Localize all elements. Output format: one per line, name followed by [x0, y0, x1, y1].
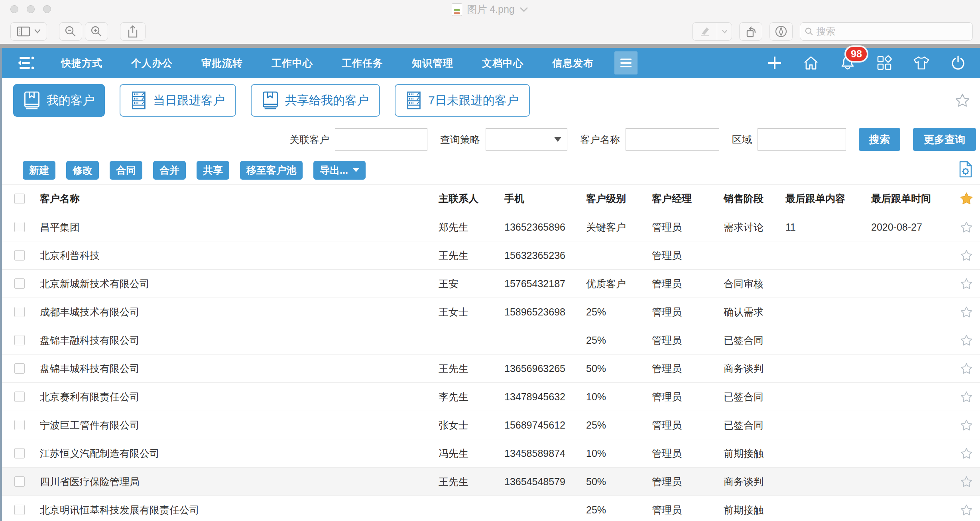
- share-button[interactable]: [120, 22, 146, 41]
- zoom-out-button[interactable]: [59, 22, 82, 41]
- close-window-button[interactable]: [10, 5, 18, 13]
- header-customer-name[interactable]: 客户名称: [36, 192, 439, 205]
- action-button[interactable]: 导出...: [313, 161, 366, 180]
- markup-pen-button[interactable]: [692, 22, 732, 41]
- zoom-out-icon: [65, 25, 77, 37]
- home-button[interactable]: [803, 55, 819, 71]
- nav-menu-item[interactable]: 审批流转: [201, 57, 243, 70]
- action-button[interactable]: 合并: [153, 161, 186, 180]
- apps-grid-icon: [876, 55, 892, 71]
- nav-menu-item[interactable]: 工作中心: [272, 57, 313, 70]
- search-input[interactable]: [816, 26, 968, 37]
- nav-menu-item[interactable]: 文档中心: [482, 57, 523, 70]
- header-sales-stage[interactable]: 销售阶段: [724, 192, 785, 205]
- nav-more-button[interactable]: [614, 51, 638, 74]
- notifications-button[interactable]: 98: [840, 55, 856, 71]
- logout-button[interactable]: [950, 55, 966, 71]
- row-checkbox[interactable]: [14, 278, 25, 289]
- view-tab[interactable]: 7日未跟进的客户: [395, 84, 530, 117]
- column-settings-button[interactable]: [958, 161, 974, 178]
- table-row[interactable]: 北京新城新技术有限公司 王安 15765432187 优质客户 管理员 合同审核: [2, 270, 980, 298]
- nav-menu-item[interactable]: 信息发布: [552, 57, 594, 70]
- table-row[interactable]: 成都丰城技术有限公司 王女士 15896523698 25% 管理员 确认需求: [2, 298, 980, 326]
- header-mobile[interactable]: 手机: [504, 192, 586, 205]
- header-last-followup-content[interactable]: 最后跟单内容: [785, 192, 871, 205]
- nav-menu-item[interactable]: 工作任务: [342, 57, 383, 70]
- row-checkbox[interactable]: [14, 307, 25, 317]
- table-row[interactable]: 北京赛利有限责任公司 李先生 13478945632 10% 管理员 已签合同: [2, 383, 980, 411]
- table-row[interactable]: 盘锦丰融科技有限公司 25% 管理员 已签合同: [2, 326, 980, 355]
- row-star-icon[interactable]: [953, 335, 980, 346]
- row-star-icon[interactable]: [953, 221, 980, 233]
- cell-sales-stage: 合同审核: [724, 277, 785, 290]
- action-button[interactable]: 移至客户池: [240, 161, 303, 180]
- row-star-icon[interactable]: [953, 419, 980, 431]
- header-last-followup-time[interactable]: 最后跟单时间: [871, 192, 953, 205]
- toolbar-search-field[interactable]: [800, 22, 973, 41]
- view-tab[interactable]: 我的客户: [13, 84, 105, 117]
- view-tabs-row: 我的客户 当日跟进客户: [2, 78, 980, 123]
- apps-button[interactable]: [876, 55, 892, 71]
- favorite-page-star-icon[interactable]: [955, 94, 970, 108]
- header-customer-level[interactable]: 客户级别: [586, 192, 652, 205]
- row-checkbox[interactable]: [14, 222, 25, 232]
- title-chevron-down-icon[interactable]: [520, 7, 528, 12]
- view-tab[interactable]: 当日跟进客户: [120, 84, 236, 117]
- markup-toolbar-button[interactable]: [769, 22, 793, 41]
- row-star-icon[interactable]: [953, 448, 980, 459]
- select-all-checkbox[interactable]: [14, 194, 25, 204]
- action-button[interactable]: 共享: [197, 161, 229, 180]
- cell-sales-stage: 已签合同: [724, 334, 785, 347]
- table-row[interactable]: 北京明讯恒基科技发展有限责任公司 25% 管理员 前期接触: [2, 496, 980, 521]
- row-star-icon[interactable]: [953, 306, 980, 318]
- table-row[interactable]: 江苏恒义汽配制造有限公司 冯先生 13458589874 10% 管理员 前期接…: [2, 439, 980, 468]
- row-checkbox[interactable]: [14, 250, 25, 260]
- table-row[interactable]: 昌平集团 郑先生 13652365896 关键客户 管理员 需求讨论 11 20…: [2, 213, 980, 241]
- row-checkbox[interactable]: [14, 476, 25, 487]
- zoom-in-button[interactable]: [85, 22, 108, 41]
- more-query-button[interactable]: 更多查询: [913, 128, 976, 151]
- row-checkbox[interactable]: [14, 392, 25, 402]
- table-row[interactable]: 四川省医疗保险管理局 王先生 13654548579 50% 管理员 商务谈判: [2, 468, 980, 496]
- nav-menu-item[interactable]: 个人办公: [131, 57, 173, 70]
- row-checkbox[interactable]: [14, 448, 25, 458]
- view-tab[interactable]: 共享给我的客户: [251, 84, 380, 117]
- row-checkbox[interactable]: [14, 420, 25, 430]
- theme-button[interactable]: [913, 55, 930, 71]
- cell-customer-level: 25%: [586, 335, 652, 346]
- add-button[interactable]: [767, 55, 782, 71]
- zoom-window-button[interactable]: [43, 5, 51, 13]
- row-star-icon[interactable]: [953, 250, 980, 261]
- menu-collapse-button[interactable]: [17, 55, 35, 71]
- related-customer-input[interactable]: [335, 128, 427, 151]
- region-input[interactable]: [758, 128, 846, 151]
- search-button[interactable]: 搜索: [859, 128, 900, 151]
- header-main-contact[interactable]: 主联系人: [439, 192, 504, 205]
- header-star-icon[interactable]: [953, 192, 980, 205]
- cell-customer-manager: 管理员: [652, 306, 724, 319]
- query-strategy-select[interactable]: [486, 128, 567, 151]
- minimize-window-button[interactable]: [27, 5, 35, 13]
- row-star-icon[interactable]: [953, 391, 980, 403]
- nav-menu-item[interactable]: 知识管理: [412, 57, 453, 70]
- action-button[interactable]: 新建: [23, 161, 55, 180]
- table-row[interactable]: 盘锦丰城科技有限公司 王先生 13656963265 50% 管理员 商务谈判: [2, 355, 980, 383]
- action-button[interactable]: 合同: [110, 161, 142, 180]
- header-customer-manager[interactable]: 客户经理: [652, 192, 724, 205]
- action-buttons: 新建 修改 合同 合并 共享 移至客户池 导出...: [23, 161, 366, 180]
- row-checkbox[interactable]: [14, 363, 25, 374]
- nav-menu-item[interactable]: 快捷方式: [61, 57, 102, 70]
- row-checkbox[interactable]: [14, 335, 25, 345]
- view-tab-label: 7日未跟进的客户: [428, 92, 519, 109]
- table-row[interactable]: 北京利普科技 王先生 15632365236 管理员: [2, 241, 980, 270]
- row-star-icon[interactable]: [953, 504, 980, 516]
- rotate-left-button[interactable]: [739, 22, 762, 41]
- table-row[interactable]: 宁波巨工管件有限公司 张女士 15689745612 25% 管理员 已签合同: [2, 411, 980, 439]
- customer-name-input[interactable]: [626, 128, 719, 151]
- row-star-icon[interactable]: [953, 363, 980, 374]
- row-star-icon[interactable]: [953, 278, 980, 290]
- sidebar-toggle-button[interactable]: [10, 22, 47, 41]
- row-star-icon[interactable]: [953, 476, 980, 488]
- row-checkbox[interactable]: [14, 505, 25, 515]
- action-button[interactable]: 修改: [66, 161, 99, 180]
